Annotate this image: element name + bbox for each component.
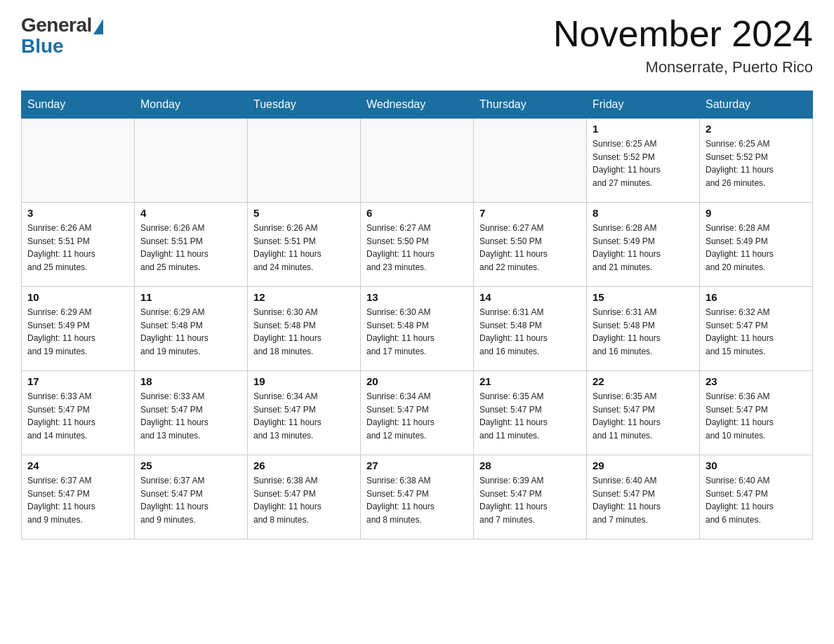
calendar-cell: 21Sunrise: 6:35 AMSunset: 5:47 PMDayligh…	[474, 371, 587, 455]
day-info: Sunrise: 6:31 AMSunset: 5:48 PMDaylight:…	[479, 306, 581, 358]
calendar-cell: 8Sunrise: 6:28 AMSunset: 5:49 PMDaylight…	[587, 203, 700, 287]
day-info: Sunrise: 6:27 AMSunset: 5:50 PMDaylight:…	[366, 222, 468, 274]
day-info: Sunrise: 6:33 AMSunset: 5:47 PMDaylight:…	[140, 390, 241, 442]
day-number: 20	[366, 375, 468, 387]
calendar-cell: 17Sunrise: 6:33 AMSunset: 5:47 PMDayligh…	[22, 371, 135, 455]
day-info: Sunrise: 6:31 AMSunset: 5:48 PMDaylight:…	[593, 306, 694, 358]
calendar-cell	[248, 119, 361, 203]
day-number: 7	[479, 207, 581, 219]
calendar-cell	[22, 119, 135, 203]
calendar-cell: 1Sunrise: 6:25 AMSunset: 5:52 PMDaylight…	[587, 119, 700, 203]
calendar-cell: 22Sunrise: 6:35 AMSunset: 5:47 PMDayligh…	[587, 371, 700, 455]
day-number: 14	[479, 291, 581, 303]
day-info: Sunrise: 6:34 AMSunset: 5:47 PMDaylight:…	[253, 390, 355, 442]
day-info: Sunrise: 6:26 AMSunset: 5:51 PMDaylight:…	[27, 222, 128, 274]
location-title: Monserrate, Puerto Rico	[553, 58, 813, 76]
day-number: 18	[140, 375, 241, 387]
calendar-week-row: 3Sunrise: 6:26 AMSunset: 5:51 PMDaylight…	[22, 203, 813, 287]
day-info: Sunrise: 6:35 AMSunset: 5:47 PMDaylight:…	[479, 390, 581, 442]
day-info: Sunrise: 6:29 AMSunset: 5:49 PMDaylight:…	[27, 306, 128, 358]
day-number: 8	[593, 207, 694, 219]
calendar-week-row: 1Sunrise: 6:25 AMSunset: 5:52 PMDaylight…	[22, 119, 813, 203]
weekday-header-sunday: Sunday	[22, 91, 135, 119]
calendar-cell: 24Sunrise: 6:37 AMSunset: 5:47 PMDayligh…	[22, 455, 135, 539]
day-info: Sunrise: 6:26 AMSunset: 5:51 PMDaylight:…	[140, 222, 241, 274]
weekday-header-thursday: Thursday	[474, 91, 587, 119]
day-info: Sunrise: 6:34 AMSunset: 5:47 PMDaylight:…	[366, 390, 468, 442]
day-number: 23	[706, 375, 807, 387]
month-title: November 2024	[553, 14, 813, 54]
day-number: 24	[27, 459, 128, 471]
header: General Blue November 2024 Monserrate, P…	[21, 14, 813, 76]
day-info: Sunrise: 6:28 AMSunset: 5:49 PMDaylight:…	[593, 222, 694, 274]
calendar-cell: 5Sunrise: 6:26 AMSunset: 5:51 PMDaylight…	[248, 203, 361, 287]
calendar-cell: 25Sunrise: 6:37 AMSunset: 5:47 PMDayligh…	[135, 455, 248, 539]
day-number: 28	[479, 459, 581, 471]
day-number: 19	[253, 375, 355, 387]
calendar-cell: 2Sunrise: 6:25 AMSunset: 5:52 PMDaylight…	[700, 119, 813, 203]
calendar-week-row: 24Sunrise: 6:37 AMSunset: 5:47 PMDayligh…	[22, 455, 813, 539]
day-number: 5	[253, 207, 355, 219]
day-number: 17	[27, 375, 128, 387]
logo-triangle-icon	[93, 19, 103, 34]
day-number: 26	[253, 459, 355, 471]
weekday-header-friday: Friday	[587, 91, 700, 119]
calendar-cell: 3Sunrise: 6:26 AMSunset: 5:51 PMDaylight…	[22, 203, 135, 287]
day-number: 11	[140, 291, 241, 303]
calendar-cell: 23Sunrise: 6:36 AMSunset: 5:47 PMDayligh…	[700, 371, 813, 455]
day-info: Sunrise: 6:30 AMSunset: 5:48 PMDaylight:…	[253, 306, 355, 358]
logo-blue-text: Blue	[21, 35, 64, 58]
calendar-cell: 27Sunrise: 6:38 AMSunset: 5:47 PMDayligh…	[361, 455, 474, 539]
day-number: 12	[253, 291, 355, 303]
day-info: Sunrise: 6:29 AMSunset: 5:48 PMDaylight:…	[140, 306, 241, 358]
calendar-cell: 9Sunrise: 6:28 AMSunset: 5:49 PMDaylight…	[700, 203, 813, 287]
calendar-week-row: 17Sunrise: 6:33 AMSunset: 5:47 PMDayligh…	[22, 371, 813, 455]
day-number: 27	[366, 459, 468, 471]
calendar-cell: 29Sunrise: 6:40 AMSunset: 5:47 PMDayligh…	[587, 455, 700, 539]
calendar-cell	[474, 119, 587, 203]
day-number: 29	[593, 459, 694, 471]
day-number: 1	[593, 123, 694, 135]
day-number: 16	[706, 291, 807, 303]
day-info: Sunrise: 6:35 AMSunset: 5:47 PMDaylight:…	[593, 390, 694, 442]
day-info: Sunrise: 6:30 AMSunset: 5:48 PMDaylight:…	[366, 306, 468, 358]
day-number: 6	[366, 207, 468, 219]
day-info: Sunrise: 6:38 AMSunset: 5:47 PMDaylight:…	[366, 474, 468, 526]
day-info: Sunrise: 6:40 AMSunset: 5:47 PMDaylight:…	[593, 474, 694, 526]
calendar-cell: 28Sunrise: 6:39 AMSunset: 5:47 PMDayligh…	[474, 455, 587, 539]
calendar-cell: 16Sunrise: 6:32 AMSunset: 5:47 PMDayligh…	[700, 287, 813, 371]
calendar-cell: 15Sunrise: 6:31 AMSunset: 5:48 PMDayligh…	[587, 287, 700, 371]
calendar-cell: 30Sunrise: 6:40 AMSunset: 5:47 PMDayligh…	[700, 455, 813, 539]
calendar-cell: 4Sunrise: 6:26 AMSunset: 5:51 PMDaylight…	[135, 203, 248, 287]
day-info: Sunrise: 6:28 AMSunset: 5:49 PMDaylight:…	[706, 222, 807, 274]
calendar-cell: 14Sunrise: 6:31 AMSunset: 5:48 PMDayligh…	[474, 287, 587, 371]
calendar-cell: 12Sunrise: 6:30 AMSunset: 5:48 PMDayligh…	[248, 287, 361, 371]
day-info: Sunrise: 6:33 AMSunset: 5:47 PMDaylight:…	[27, 390, 128, 442]
weekday-header-wednesday: Wednesday	[361, 91, 474, 119]
day-number: 22	[593, 375, 694, 387]
logo-general-text: General	[21, 14, 92, 36]
day-info: Sunrise: 6:38 AMSunset: 5:47 PMDaylight:…	[253, 474, 355, 526]
day-info: Sunrise: 6:25 AMSunset: 5:52 PMDaylight:…	[593, 137, 694, 189]
day-info: Sunrise: 6:32 AMSunset: 5:47 PMDaylight:…	[706, 306, 807, 358]
weekday-header-saturday: Saturday	[700, 91, 813, 119]
weekday-header-row: SundayMondayTuesdayWednesdayThursdayFrid…	[22, 91, 813, 119]
day-info: Sunrise: 6:26 AMSunset: 5:51 PMDaylight:…	[253, 222, 355, 274]
day-number: 15	[593, 291, 694, 303]
calendar-cell	[135, 119, 248, 203]
day-number: 2	[706, 123, 807, 135]
day-info: Sunrise: 6:25 AMSunset: 5:52 PMDaylight:…	[706, 137, 807, 189]
calendar-cell: 20Sunrise: 6:34 AMSunset: 5:47 PMDayligh…	[361, 371, 474, 455]
weekday-header-monday: Monday	[135, 91, 248, 119]
logo: General Blue	[21, 14, 103, 58]
day-number: 10	[27, 291, 128, 303]
title-section: November 2024 Monserrate, Puerto Rico	[553, 14, 813, 76]
day-number: 25	[140, 459, 241, 471]
calendar-cell	[361, 119, 474, 203]
day-number: 13	[366, 291, 468, 303]
calendar-cell: 6Sunrise: 6:27 AMSunset: 5:50 PMDaylight…	[361, 203, 474, 287]
day-number: 21	[479, 375, 581, 387]
calendar-cell: 11Sunrise: 6:29 AMSunset: 5:48 PMDayligh…	[135, 287, 248, 371]
weekday-header-tuesday: Tuesday	[248, 91, 361, 119]
calendar-week-row: 10Sunrise: 6:29 AMSunset: 5:49 PMDayligh…	[22, 287, 813, 371]
